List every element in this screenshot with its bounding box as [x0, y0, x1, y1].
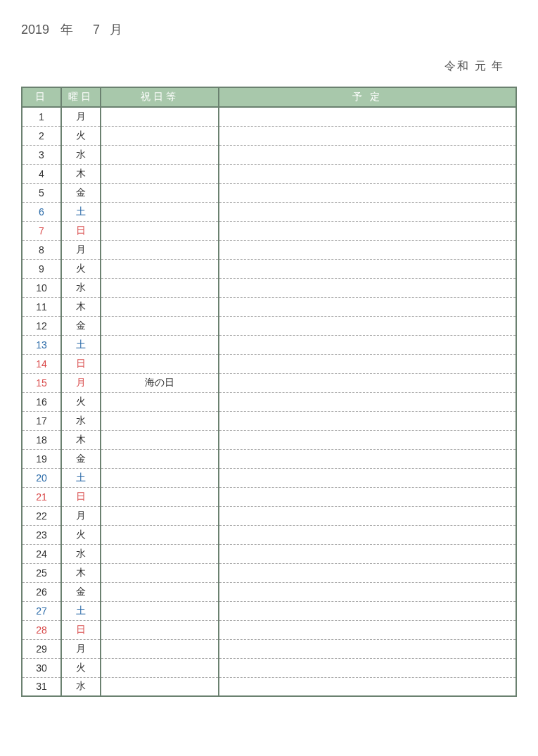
- holiday-cell: [101, 259, 219, 278]
- table-row: 2火: [22, 126, 516, 145]
- table-row: 24水: [22, 544, 516, 563]
- table-row: 7日: [22, 221, 516, 240]
- dow-cell: 月: [61, 639, 101, 658]
- holiday-cell: [101, 506, 219, 525]
- plan-cell: [219, 297, 516, 316]
- plan-cell: [219, 392, 516, 411]
- holiday-cell: [101, 658, 219, 677]
- table-row: 27土: [22, 601, 516, 620]
- dow-cell: 金: [61, 183, 101, 202]
- holiday-cell: 海の日: [101, 373, 219, 392]
- table-row: 8月: [22, 240, 516, 259]
- plan-cell: [219, 430, 516, 449]
- plan-cell: [219, 582, 516, 601]
- year-label: 年: [60, 21, 73, 38]
- plan-cell: [219, 107, 516, 126]
- dow-cell: 金: [61, 449, 101, 468]
- table-row: 10水: [22, 278, 516, 297]
- dow-cell: 木: [61, 297, 101, 316]
- col-header-plan: 予 定: [219, 87, 516, 107]
- plan-cell: [219, 506, 516, 525]
- plan-cell: [219, 639, 516, 658]
- day-cell: 29: [22, 639, 61, 658]
- dow-cell: 日: [61, 221, 101, 240]
- day-cell: 31: [22, 677, 61, 696]
- day-cell: 24: [22, 544, 61, 563]
- holiday-cell: [101, 316, 219, 335]
- day-cell: 1: [22, 107, 61, 126]
- holiday-cell: [101, 126, 219, 145]
- plan-cell: [219, 126, 516, 145]
- dow-cell: 金: [61, 582, 101, 601]
- day-cell: 20: [22, 468, 61, 487]
- day-cell: 19: [22, 449, 61, 468]
- dow-cell: 水: [61, 677, 101, 696]
- day-cell: 18: [22, 430, 61, 449]
- dow-cell: 火: [61, 392, 101, 411]
- day-cell: 10: [22, 278, 61, 297]
- holiday-cell: [101, 468, 219, 487]
- day-cell: 16: [22, 392, 61, 411]
- dow-cell: 木: [61, 430, 101, 449]
- dow-cell: 水: [61, 278, 101, 297]
- dow-cell: 木: [61, 563, 101, 582]
- holiday-cell: [101, 639, 219, 658]
- day-cell: 17: [22, 411, 61, 430]
- holiday-cell: [101, 449, 219, 468]
- holiday-cell: [101, 487, 219, 506]
- table-row: 26金: [22, 582, 516, 601]
- dow-cell: 月: [61, 506, 101, 525]
- table-row: 12金: [22, 316, 516, 335]
- table-row: 4木: [22, 164, 516, 183]
- table-row: 1月: [22, 107, 516, 126]
- day-cell: 22: [22, 506, 61, 525]
- plan-cell: [219, 373, 516, 392]
- holiday-cell: [101, 601, 219, 620]
- table-row: 22月: [22, 506, 516, 525]
- holiday-cell: [101, 544, 219, 563]
- month-label: 月: [110, 21, 122, 38]
- plan-cell: [219, 164, 516, 183]
- holiday-cell: [101, 430, 219, 449]
- table-row: 3水: [22, 145, 516, 164]
- col-header-holiday: 祝日等: [101, 87, 219, 107]
- dow-cell: 月: [61, 373, 101, 392]
- day-cell: 9: [22, 259, 61, 278]
- day-cell: 12: [22, 316, 61, 335]
- dow-cell: 木: [61, 164, 101, 183]
- table-row: 21日: [22, 487, 516, 506]
- holiday-cell: [101, 582, 219, 601]
- table-row: 20土: [22, 468, 516, 487]
- day-cell: 30: [22, 658, 61, 677]
- table-row: 28日: [22, 620, 516, 639]
- holiday-cell: [101, 164, 219, 183]
- plan-cell: [219, 620, 516, 639]
- dow-cell: 日: [61, 487, 101, 506]
- plan-cell: [219, 468, 516, 487]
- day-cell: 27: [22, 601, 61, 620]
- dow-cell: 月: [61, 107, 101, 126]
- day-cell: 5: [22, 183, 61, 202]
- table-row: 29月: [22, 639, 516, 658]
- dow-cell: 土: [61, 468, 101, 487]
- plan-cell: [219, 677, 516, 696]
- table-row: 15月海の日: [22, 373, 516, 392]
- dow-cell: 水: [61, 411, 101, 430]
- plan-cell: [219, 278, 516, 297]
- plan-cell: [219, 544, 516, 563]
- day-cell: 28: [22, 620, 61, 639]
- dow-cell: 土: [61, 601, 101, 620]
- plan-cell: [219, 563, 516, 582]
- dow-cell: 月: [61, 240, 101, 259]
- day-cell: 26: [22, 582, 61, 601]
- table-row: 9火: [22, 259, 516, 278]
- holiday-cell: [101, 183, 219, 202]
- day-cell: 3: [22, 145, 61, 164]
- day-cell: 11: [22, 297, 61, 316]
- year-value: 2019: [21, 23, 49, 37]
- dow-cell: 金: [61, 316, 101, 335]
- header-row: 日 曜日 祝日等 予 定: [22, 87, 516, 107]
- holiday-cell: [101, 411, 219, 430]
- holiday-cell: [101, 354, 219, 373]
- plan-cell: [219, 259, 516, 278]
